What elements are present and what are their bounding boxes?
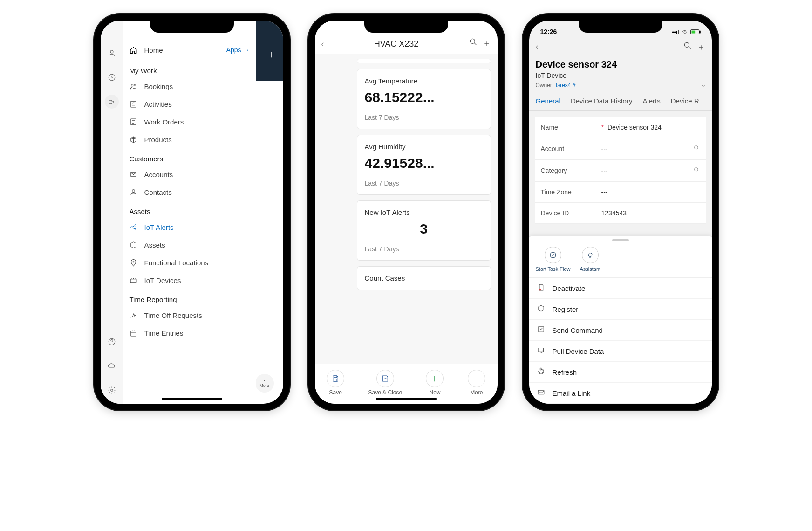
section-time: Time Reporting bbox=[123, 289, 256, 306]
svg-point-25 bbox=[539, 289, 541, 290]
svg-point-12 bbox=[133, 261, 134, 262]
card-value: 3 bbox=[365, 221, 483, 237]
svg-rect-14 bbox=[131, 331, 136, 336]
phone-device: 12:26 ••ıl ‹ ＋ Device sensor 324 IoT Dev… bbox=[523, 14, 718, 410]
add-icon[interactable]: ＋ bbox=[266, 48, 276, 62]
owner-link[interactable]: fsres4 # bbox=[556, 82, 576, 90]
field-deviceid[interactable]: Device ID1234543 bbox=[535, 203, 706, 224]
card-value: 68.15222... bbox=[365, 90, 483, 105]
svg-point-10 bbox=[135, 224, 136, 226]
field-name[interactable]: Name*Device sensor 324 bbox=[535, 117, 706, 138]
refresh-icon bbox=[537, 367, 546, 377]
new-button[interactable]: ＋New bbox=[426, 370, 444, 396]
apps-link[interactable]: Apps → bbox=[226, 46, 250, 54]
svg-point-11 bbox=[135, 228, 136, 230]
add-icon[interactable]: ＋ bbox=[697, 41, 705, 53]
workorders-icon bbox=[130, 117, 138, 126]
help-icon[interactable] bbox=[105, 335, 119, 349]
section-assets: Assets bbox=[123, 201, 256, 218]
status-time: 12:26 bbox=[540, 28, 557, 35]
card-humidity[interactable]: Avg Humidity 42.91528... Last 7 Days bbox=[357, 135, 491, 195]
nav-iotdevices[interactable]: IoT Devices bbox=[123, 271, 256, 289]
phone-nav: ＋ ⋯More Home Apps → My Work Bookin bbox=[94, 14, 290, 410]
more-button[interactable]: ⋯More bbox=[255, 374, 274, 393]
action-sendcommand[interactable]: Send Command bbox=[529, 320, 712, 341]
action-register[interactable]: Register bbox=[529, 299, 712, 320]
nav-workorders[interactable]: Work Orders bbox=[123, 113, 256, 131]
save-button[interactable]: Save bbox=[327, 370, 344, 396]
more-button[interactable]: ⋯More bbox=[468, 370, 485, 396]
nav-bookings[interactable]: Bookings bbox=[123, 77, 256, 95]
bookings-icon bbox=[130, 82, 138, 90]
nav-products[interactable]: Products bbox=[123, 131, 256, 148]
nav-activities[interactable]: Activities bbox=[123, 95, 256, 113]
tabs: General Device Data History Alerts Devic… bbox=[529, 92, 712, 111]
svg-point-23 bbox=[694, 168, 698, 172]
search-icon[interactable] bbox=[683, 41, 692, 53]
nav-timeoff[interactable]: Time Off Requests bbox=[123, 306, 256, 324]
taskflow-icon bbox=[545, 247, 561, 263]
action-pulldata[interactable]: Pull Device Data bbox=[529, 341, 712, 362]
register-icon bbox=[537, 304, 546, 314]
saveclose-button[interactable]: Save & Close bbox=[368, 370, 402, 396]
pulldata-icon bbox=[537, 346, 546, 356]
nav-drawer: Home Apps → My Work Bookings Activities … bbox=[101, 21, 256, 404]
nav-locations[interactable]: Functional Locations bbox=[123, 254, 256, 271]
lookup-icon[interactable] bbox=[693, 166, 700, 175]
svg-rect-27 bbox=[538, 348, 543, 352]
search-icon[interactable] bbox=[469, 37, 478, 49]
back-icon[interactable]: ‹ bbox=[321, 39, 324, 49]
svg-rect-17 bbox=[334, 379, 337, 381]
contacts-icon bbox=[130, 188, 138, 196]
locations-icon bbox=[130, 258, 138, 267]
assistant-icon bbox=[582, 247, 599, 263]
nav-assets[interactable]: Assets bbox=[123, 236, 256, 254]
person-icon[interactable] bbox=[105, 46, 119, 60]
chip-taskflow[interactable]: Start Task Flow bbox=[536, 247, 571, 272]
products-icon bbox=[130, 135, 138, 144]
field-account[interactable]: Account--- bbox=[535, 138, 706, 160]
svg-point-9 bbox=[131, 227, 132, 228]
iotalerts-icon bbox=[130, 223, 138, 231]
chevron-down-icon[interactable]: › bbox=[700, 85, 708, 87]
gear-icon[interactable] bbox=[105, 383, 119, 397]
nav-iotalerts[interactable]: IoT Alerts bbox=[123, 218, 256, 236]
email-icon bbox=[537, 388, 546, 398]
card-label: Avg Temperature bbox=[365, 77, 483, 85]
tab-general[interactable]: General bbox=[536, 97, 560, 110]
activities-icon bbox=[130, 100, 138, 108]
sheet-handle[interactable] bbox=[612, 239, 629, 241]
card-temperature[interactable]: Avg Temperature 68.15222... Last 7 Days bbox=[357, 69, 491, 129]
cloud-icon[interactable] bbox=[105, 359, 119, 373]
tab-devicer[interactable]: Device R bbox=[671, 97, 699, 110]
nav-accounts[interactable]: Accounts bbox=[123, 166, 256, 183]
nav-home[interactable]: Home Apps → bbox=[123, 40, 256, 60]
action-refresh[interactable]: Refresh bbox=[529, 362, 712, 383]
action-emaillink[interactable]: Email a Link bbox=[529, 383, 712, 404]
section-mywork: My Work bbox=[123, 60, 256, 77]
svg-point-0 bbox=[110, 50, 113, 53]
nav-contacts[interactable]: Contacts bbox=[123, 183, 256, 201]
chip-assistant[interactable]: Assistant bbox=[580, 247, 601, 272]
timeentries-icon bbox=[130, 329, 138, 337]
form: Name*Device sensor 324 Account--- Catego… bbox=[535, 117, 706, 224]
clock-icon[interactable] bbox=[105, 70, 119, 84]
lookup-icon[interactable] bbox=[693, 145, 700, 153]
field-timezone[interactable]: Time Zone--- bbox=[535, 182, 706, 203]
status-icons: ••ıl bbox=[672, 29, 700, 35]
card-alerts[interactable]: New IoT Alerts 3 Last 7 Days bbox=[357, 200, 491, 261]
tab-alerts[interactable]: Alerts bbox=[642, 97, 660, 110]
field-category[interactable]: Category--- bbox=[535, 160, 706, 182]
svg-point-8 bbox=[132, 189, 135, 192]
accounts-icon bbox=[130, 170, 138, 179]
plus-icon: ＋ bbox=[426, 370, 444, 387]
back-icon[interactable]: ‹ bbox=[536, 42, 539, 52]
card-label: Count Cases bbox=[365, 274, 483, 282]
nav-timeentries[interactable]: Time Entries bbox=[123, 324, 256, 342]
add-icon[interactable]: ＋ bbox=[483, 38, 491, 49]
pin-icon[interactable] bbox=[105, 95, 119, 109]
action-deactivate[interactable]: Deactivate bbox=[529, 278, 712, 299]
tab-history[interactable]: Device Data History bbox=[571, 97, 633, 110]
card-cases[interactable]: Count Cases bbox=[357, 266, 491, 290]
card-sub: Last 7 Days bbox=[365, 245, 483, 253]
